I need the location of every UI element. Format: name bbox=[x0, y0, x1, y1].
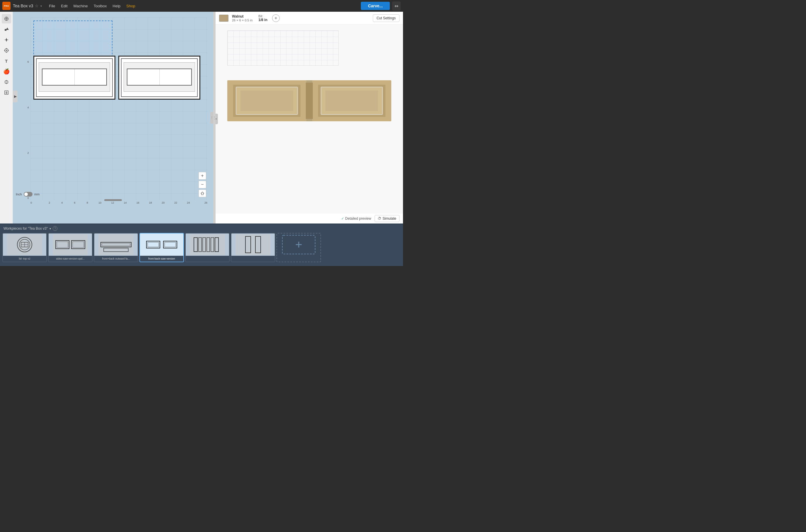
expand-right-button[interactable]: ⋮ bbox=[210, 112, 213, 124]
svg-marker-15 bbox=[201, 192, 204, 195]
main-nav: File Edit Machine Toolbox Help Shop bbox=[46, 3, 137, 10]
checkmark-icon: ✓ bbox=[341, 216, 344, 221]
apps-tool[interactable]: 🍎 bbox=[2, 67, 11, 76]
main-layout: T 🍎 0 2 4 6 bbox=[0, 12, 403, 224]
workpiece-thumb-2[interactable]: sides-saw-version-upd... bbox=[48, 233, 93, 262]
bit-value: 1/8 in bbox=[258, 18, 267, 22]
right-panel: Walnut 26 × 6 × 0.5 in Bit: 1/8 in + Cut… bbox=[215, 12, 403, 224]
ruler-x-14: 14 bbox=[119, 201, 132, 204]
workpiece-thumb-4[interactable]: front-back-saw-version bbox=[139, 233, 184, 262]
material-name: Walnut bbox=[232, 14, 252, 18]
nav-file[interactable]: File bbox=[46, 3, 57, 10]
design-canvas[interactable] bbox=[31, 18, 207, 200]
bit-label: Bit: bbox=[258, 14, 267, 18]
shapes-tool[interactable] bbox=[2, 25, 11, 34]
svg-rect-35 bbox=[73, 242, 84, 248]
workpiece-add-button[interactable] bbox=[276, 233, 321, 262]
workpiece-thumb-3[interactable]: front+back outward fa... bbox=[94, 233, 138, 262]
simulate-label: Simulate bbox=[383, 216, 396, 221]
workpieces-help-button[interactable]: ? bbox=[53, 226, 57, 231]
unit-toggle-switch[interactable] bbox=[24, 192, 33, 196]
right-top-bar: Walnut 26 × 6 × 0.5 in Bit: 1/8 in + Cut… bbox=[215, 12, 403, 25]
thumb-preview-3 bbox=[94, 233, 138, 256]
workpieces-header: Workpieces for "Tea Box v3" ▾ ? bbox=[0, 224, 403, 233]
nav-help[interactable]: Help bbox=[110, 3, 123, 10]
unit-inch-label: Inch bbox=[16, 192, 22, 196]
project-title: Tea Box v3 ☆ ▾ bbox=[13, 3, 42, 8]
svg-rect-36 bbox=[101, 242, 131, 247]
move-tool[interactable] bbox=[2, 14, 11, 23]
thumb-label-5 bbox=[186, 256, 229, 262]
workpiece-thumb-6[interactable] bbox=[231, 233, 275, 262]
thumb-preview-4 bbox=[140, 233, 183, 256]
toggle-knob bbox=[24, 192, 28, 196]
ruler-x-16: 16 bbox=[132, 201, 144, 204]
canvas-controls: + − bbox=[198, 172, 206, 197]
target-tool[interactable] bbox=[2, 46, 11, 55]
workpieces-bar: Workpieces for "Tea Box v3" ▾ ? lid- top… bbox=[0, 224, 403, 266]
3d-preview-area[interactable]: « bbox=[215, 25, 403, 213]
workpieces-caret-icon[interactable]: ▾ bbox=[50, 227, 51, 230]
simulate-button[interactable]: ⏱ Simulate bbox=[375, 215, 400, 222]
collapse-right-panel-button[interactable]: « bbox=[215, 114, 218, 124]
left-workpiece-box[interactable] bbox=[33, 56, 115, 100]
thumb-preview-5 bbox=[186, 233, 229, 256]
project-caret-icon[interactable]: ▾ bbox=[40, 4, 42, 7]
svg-marker-4 bbox=[6, 27, 9, 30]
svg-rect-49 bbox=[246, 236, 251, 253]
material-info: Walnut 26 × 6 × 0.5 in bbox=[232, 14, 252, 22]
thumb-preview-2 bbox=[49, 233, 92, 256]
nav-toolbox[interactable]: Toolbox bbox=[91, 3, 109, 10]
ruler-x-10: 10 bbox=[94, 201, 106, 204]
carve-button[interactable]: Carve... bbox=[361, 2, 390, 10]
horizontal-scrollbar[interactable] bbox=[104, 199, 122, 201]
ruler-x-0: 0 bbox=[31, 201, 43, 204]
import-tool[interactable] bbox=[2, 88, 11, 97]
add-material-button[interactable]: + bbox=[272, 14, 280, 22]
expand-button[interactable]: ⇔ bbox=[392, 1, 401, 11]
workpiece-thumb-1[interactable]: lid- top v2 bbox=[2, 233, 47, 262]
nav-machine[interactable]: Machine bbox=[71, 3, 90, 10]
clock-icon: ⏱ bbox=[378, 216, 381, 221]
ruler-y: 0 2 4 6 bbox=[26, 18, 31, 200]
svg-marker-5 bbox=[4, 38, 9, 42]
ruler-x-8: 8 bbox=[81, 201, 94, 204]
svg-rect-46 bbox=[207, 238, 210, 252]
ruler-y-tick-6: 6 bbox=[26, 18, 31, 63]
project-name: Tea Box v3 bbox=[13, 3, 33, 8]
collapse-left-button[interactable]: ▶ bbox=[13, 91, 18, 102]
zoom-out-button[interactable]: − bbox=[198, 181, 206, 188]
ruler-y-tick-4: 4 bbox=[26, 63, 31, 109]
3d-tool[interactable] bbox=[2, 77, 11, 87]
thumb-label-add bbox=[277, 256, 321, 262]
cut-settings-button[interactable]: Cut Settings bbox=[373, 14, 400, 22]
logo-text: PRO bbox=[4, 5, 9, 7]
logo: PRO bbox=[2, 2, 11, 10]
favorite-icon[interactable]: ☆ bbox=[35, 3, 39, 8]
pen-tool[interactable] bbox=[2, 35, 11, 44]
detailed-preview-button[interactable]: ✓ Detailed preview bbox=[341, 216, 371, 221]
text-tool[interactable]: T bbox=[2, 56, 11, 65]
zoom-in-button[interactable]: + bbox=[198, 172, 206, 179]
svg-rect-37 bbox=[102, 244, 130, 246]
nav-edit[interactable]: Edit bbox=[59, 3, 70, 10]
nav-shop[interactable]: Shop bbox=[124, 3, 137, 10]
workpiece-thumb-5[interactable] bbox=[185, 233, 230, 262]
thumb-preview-1 bbox=[3, 233, 46, 256]
svg-rect-24 bbox=[325, 91, 378, 111]
svg-rect-20 bbox=[241, 91, 293, 111]
svg-rect-38 bbox=[104, 248, 128, 252]
thumb-label-3: front+back outward fa... bbox=[94, 256, 138, 262]
topbar: PRO Tea Box v3 ☆ ▾ File Edit Machine Too… bbox=[0, 0, 403, 12]
workpieces-list: lid- top v2 sides-saw-version-upd... bbox=[0, 233, 403, 266]
panel-divider[interactable] bbox=[213, 12, 215, 224]
right-workpiece-box[interactable] bbox=[118, 56, 200, 100]
svg-point-7 bbox=[6, 50, 7, 51]
ruler-x-18: 18 bbox=[144, 201, 157, 204]
preview-3d-svg bbox=[218, 39, 400, 133]
svg-rect-50 bbox=[255, 236, 261, 253]
ruler-x-4: 4 bbox=[56, 201, 68, 204]
thumb-label-1: lid- top v2 bbox=[3, 256, 46, 262]
canvas-area[interactable]: 0 2 4 6 bbox=[13, 12, 213, 224]
home-button[interactable] bbox=[198, 190, 206, 197]
